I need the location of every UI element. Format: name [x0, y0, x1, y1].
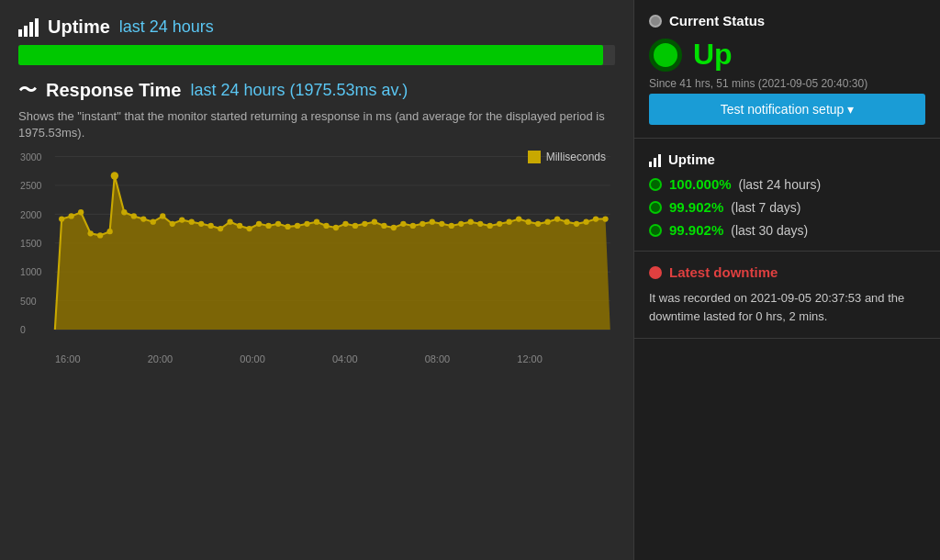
uptime-title-row: Uptime last 24 hours — [18, 17, 615, 38]
legend-color-swatch — [528, 151, 541, 163]
status-since: Since 41 hrs, 51 mins (2021-09-05 20:40:… — [649, 77, 925, 90]
svg-marker-14 — [55, 176, 610, 330]
svg-point-15 — [59, 217, 64, 222]
svg-point-52 — [410, 223, 416, 229]
uptime-title: Uptime — [48, 17, 110, 38]
svg-point-71 — [593, 217, 599, 222]
response-title: Response Time — [46, 80, 181, 101]
uptime-stat-row-3: 99.902% (last 30 days) — [649, 222, 925, 238]
current-status-icon — [649, 15, 662, 28]
svg-point-62 — [507, 219, 512, 225]
latest-downtime-text: It was recorded on 2021-09-05 20:37:53 a… — [649, 289, 925, 325]
x-label-3: 00:00 — [240, 353, 265, 364]
uptime-progress-bar — [18, 45, 615, 65]
uptime-pct-1: 100.000% — [669, 176, 732, 192]
svg-point-60 — [487, 223, 493, 229]
uptime-progress-fill — [18, 45, 603, 65]
svg-point-44 — [333, 225, 339, 230]
uptime-stat-row-1: 100.000% (last 24 hours) — [649, 176, 925, 192]
svg-point-55 — [439, 221, 444, 227]
svg-text:500: 500 — [20, 297, 37, 307]
svg-point-54 — [430, 219, 435, 225]
svg-text:1500: 1500 — [20, 239, 41, 249]
uptime-stat-dot-3 — [649, 224, 662, 237]
response-section: 〜 Response Time last 24 hours (1975.53ms… — [18, 78, 615, 367]
response-chart: Milliseconds 3000 2500 2000 1500 1000 50… — [18, 147, 615, 367]
svg-point-49 — [381, 223, 386, 229]
svg-point-39 — [285, 224, 290, 230]
svg-point-68 — [564, 219, 569, 225]
svg-point-48 — [372, 219, 377, 225]
svg-point-19 — [97, 233, 103, 239]
svg-point-67 — [554, 217, 560, 222]
x-axis-labels: 16:00 20:00 00:00 04:00 08:00 12:00 — [18, 352, 615, 364]
svg-point-24 — [140, 217, 146, 222]
svg-text:2500: 2500 — [20, 181, 41, 191]
x-label-2: 20:00 — [148, 353, 173, 364]
x-label-1: 16:00 — [55, 353, 81, 364]
svg-point-34 — [237, 223, 242, 229]
x-label-5: 08:00 — [425, 353, 451, 364]
main-panel: Uptime last 24 hours 〜 Response Time las… — [0, 0, 633, 560]
up-status-dot — [649, 39, 682, 72]
current-status-title-row: Current Status — [649, 13, 925, 28]
current-status-title: Current Status — [669, 13, 765, 28]
uptime-stat-row-2: 99.902% (last 7 days) — [649, 199, 925, 215]
right-panel: Current Status Up Since 41 hrs, 51 mins … — [633, 0, 940, 560]
svg-text:0: 0 — [20, 326, 26, 336]
svg-point-70 — [583, 219, 588, 225]
response-title-row: 〜 Response Time last 24 hours (1975.53ms… — [18, 78, 615, 103]
svg-point-18 — [87, 231, 93, 237]
svg-point-29 — [189, 219, 195, 225]
svg-point-57 — [458, 221, 464, 227]
svg-point-20 — [106, 229, 112, 234]
current-status-section: Current Status Up Since 41 hrs, 51 mins … — [634, 0, 940, 139]
svg-point-22 — [121, 209, 127, 215]
uptime-stats-title: Uptime — [668, 151, 715, 167]
chart-svg: 3000 2500 2000 1500 1000 500 0 — [18, 147, 615, 349]
uptime-period-2: (last 7 days) — [731, 200, 800, 215]
svg-point-27 — [170, 221, 175, 227]
uptime-bar-icon — [649, 152, 661, 167]
uptime-period-1: (last 24 hours) — [739, 177, 821, 192]
chart-legend: Milliseconds — [528, 151, 606, 163]
up-status-text: Up — [693, 38, 733, 72]
svg-point-32 — [218, 226, 223, 231]
svg-point-63 — [516, 217, 521, 222]
svg-point-50 — [391, 225, 397, 230]
downtime-icon — [649, 266, 662, 279]
latest-downtime-title-row: Latest downtime — [649, 264, 925, 280]
svg-point-31 — [208, 223, 214, 229]
svg-point-25 — [151, 219, 156, 225]
svg-point-69 — [574, 221, 579, 227]
svg-point-43 — [323, 223, 329, 229]
svg-point-26 — [160, 214, 165, 219]
svg-point-40 — [295, 223, 300, 229]
svg-point-30 — [198, 221, 204, 227]
svg-point-21 — [111, 173, 118, 180]
svg-point-33 — [228, 219, 233, 225]
svg-point-38 — [275, 221, 281, 227]
latest-downtime-section: Latest downtime It was recorded on 2021-… — [634, 252, 940, 339]
x-label-4: 04:00 — [332, 353, 358, 364]
wave-icon: 〜 — [18, 78, 37, 103]
uptime-stat-dot-2 — [649, 201, 662, 214]
uptime-stat-dot-1 — [649, 178, 662, 191]
svg-point-66 — [544, 219, 550, 225]
svg-point-64 — [526, 219, 532, 225]
svg-point-23 — [131, 214, 137, 219]
svg-point-41 — [304, 221, 309, 227]
svg-point-35 — [246, 226, 252, 231]
svg-point-61 — [497, 221, 502, 227]
uptime-stats-section: Uptime 100.000% (last 24 hours) 99.902% … — [634, 139, 940, 252]
svg-point-46 — [352, 223, 358, 229]
svg-point-17 — [78, 209, 84, 215]
uptime-period-3: (last 30 days) — [731, 223, 808, 238]
svg-point-65 — [535, 221, 541, 227]
svg-point-47 — [362, 221, 367, 227]
test-notification-button[interactable]: Test notification setup — [649, 94, 925, 125]
status-up-row: Up — [649, 38, 925, 72]
uptime-pct-3: 99.902% — [669, 222, 723, 238]
svg-point-16 — [69, 214, 74, 219]
svg-point-45 — [342, 221, 348, 227]
